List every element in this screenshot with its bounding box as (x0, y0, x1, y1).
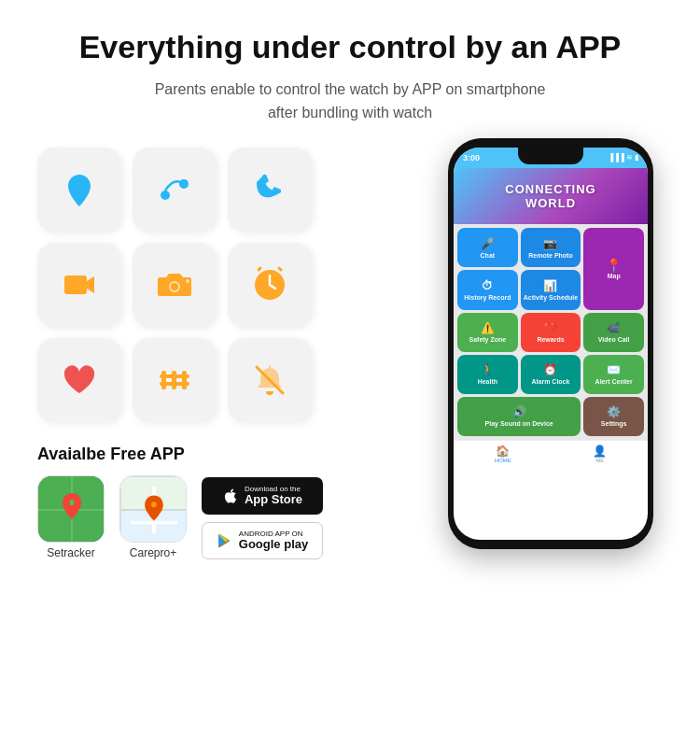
setracker-app: Setracker (37, 475, 105, 559)
feature-icon-grid (37, 148, 429, 422)
nav-home-label: HOME (495, 458, 511, 463)
svg-point-6 (186, 279, 189, 283)
heart-icon-cell (37, 338, 121, 422)
svg-rect-9 (172, 371, 176, 389)
camera-icon-cell (133, 243, 217, 327)
fence-icon-cell (133, 338, 217, 422)
available-title: Avaialbe Free APP (37, 445, 429, 464)
settings-btn[interactable]: ⚙️Settings (583, 397, 644, 436)
setracker-label: Setracker (47, 546, 94, 559)
nav-me[interactable]: 👤 ME (593, 445, 607, 463)
video-call-btn[interactable]: 📹Video Call (583, 313, 644, 352)
map-btn[interactable]: 📍Map (583, 228, 644, 310)
svg-rect-8 (161, 371, 166, 389)
google-play-button[interactable]: ANDROID APP ON Google play (202, 522, 323, 559)
video-icon-cell (37, 243, 121, 327)
chat-btn[interactable]: 🎤Chat (457, 228, 518, 268)
phone-status-icons: ▐▐▐ ≋ ▮ (609, 153, 638, 162)
svg-rect-11 (160, 374, 189, 378)
carepro-label: Carepro+ (130, 546, 176, 559)
phone-mockup-container: 3:00 ▐▐▐ ≋ ▮ CONNECTINGWORLD 🎤Chat (439, 138, 663, 549)
alert-center-btn[interactable]: ✉️Alert Center (583, 355, 644, 394)
bell-off-icon-cell (228, 338, 312, 422)
carepro-logo (119, 475, 187, 543)
health-btn[interactable]: 🚶Health (457, 355, 518, 394)
phone-screen: 3:00 ▐▐▐ ≋ ▮ CONNECTINGWORLD 🎤Chat (454, 148, 648, 540)
location-icon-cell (37, 148, 121, 232)
phone-header-text: CONNECTINGWORLD (505, 182, 595, 210)
history-record-btn[interactable]: ⏱History Record (457, 270, 518, 310)
phone-nav-bar: 🏠 HOME 👤 ME (454, 440, 648, 468)
svg-rect-3 (64, 276, 87, 294)
clock-icon-cell (228, 243, 312, 327)
app-store-button[interactable]: Download on the App Store (202, 477, 323, 515)
phone-icon-cell (228, 148, 312, 232)
phone-app-header: CONNECTINGWORLD (454, 168, 648, 224)
activity-schedule-btn[interactable]: 📊Activity Schedule (521, 270, 581, 310)
svg-point-1 (161, 191, 170, 200)
page-title: Everything under control by an APP (79, 28, 622, 66)
svg-rect-10 (182, 371, 187, 389)
phone-notch (518, 148, 583, 164)
page-subtitle: Parents enable to control the watch by A… (155, 78, 546, 125)
svg-rect-12 (160, 382, 189, 386)
carepro-app: Carepro+ (119, 475, 187, 559)
nav-me-label: ME (595, 458, 604, 463)
remote-photo-btn[interactable]: 📷Remote Photo (521, 228, 581, 268)
store-buttons: Download on the App Store (202, 477, 323, 559)
available-section: Avaialbe Free APP (37, 445, 429, 559)
phone-time: 3:00 (463, 153, 480, 163)
nav-home[interactable]: 🏠 HOME (495, 445, 511, 463)
rewards-btn[interactable]: ❤️Rewards (521, 313, 581, 352)
svg-point-5 (171, 283, 178, 290)
navigation-icon-cell (133, 148, 217, 232)
phone-mockup: 3:00 ▐▐▐ ≋ ▮ CONNECTINGWORLD 🎤Chat (448, 138, 653, 549)
play-sound-btn[interactable]: 🔊Play Sound on Device (457, 397, 581, 436)
alarm-clock-btn[interactable]: ⏰Alarm Clock (521, 355, 581, 394)
safety-zone-btn[interactable]: ⚠️Safety Zone (457, 313, 518, 352)
google-play-label: Google play (239, 538, 308, 550)
setracker-logo (37, 475, 105, 543)
app-store-label: App Store (245, 493, 302, 505)
